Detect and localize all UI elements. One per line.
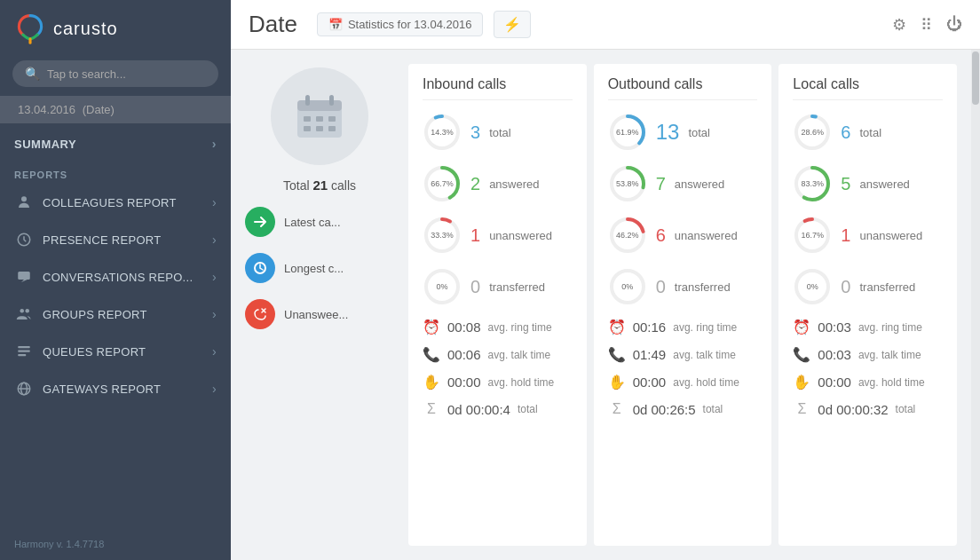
outbound-transferred-donut: 0%	[608, 267, 647, 306]
logo-text: carusto	[53, 19, 118, 39]
scrollbar-thumb[interactable]	[972, 51, 979, 105]
outbound-avg-talk: 01:49	[633, 347, 667, 362]
inbound-unanswered-row: 33.3% 1 unanswered	[423, 216, 573, 255]
inbound-total-value: 3	[470, 122, 480, 143]
search-icon: 🔍	[25, 67, 40, 81]
local-total-time-row: Σ 0d 00:00:32 total	[793, 401, 943, 417]
svg-rect-19	[316, 126, 323, 131]
latest-call-label: Latest ca...	[284, 216, 341, 229]
sidebar-item-label-colleagues: COLLEAGUES REPORT	[43, 196, 177, 209]
longest-call-item[interactable]: Longest c...	[245, 251, 394, 285]
outbound-unanswered-pct: 46.2%	[616, 231, 639, 240]
outbound-unanswered-row: 46.2% 6 unanswered	[608, 216, 758, 255]
search-input[interactable]	[47, 67, 206, 81]
local-unanswered-label: unanswered	[859, 229, 922, 242]
sidebar-date-item[interactable]: 13.04.2016 (Date)	[0, 96, 231, 123]
left-panel: Total 21 calls Latest ca... Longest c...	[231, 50, 408, 560]
sidebar-item-gateways[interactable]: GATEWAYS REPORT ›	[0, 370, 231, 407]
local-avg-hold-label: avg. hold time	[858, 376, 925, 389]
inbound-unanswered-value: 1	[470, 225, 480, 246]
outbound-answered-value: 7	[656, 174, 666, 194]
logo-area: carusto	[0, 0, 231, 57]
sidebar-item-presence[interactable]: PRESENCE REPORT ›	[0, 221, 231, 258]
stats-badge: 📅 Statistics for 13.04.2016	[317, 12, 483, 36]
inbound-title: Inbound calls	[423, 76, 573, 100]
inbound-unanswered-label: unanswered	[489, 229, 552, 242]
unanswered-call-item[interactable]: Unanswee...	[245, 297, 394, 331]
calendar-icon: 📅	[328, 18, 343, 31]
queues-icon	[14, 342, 34, 361]
outbound-transferred-label: transferred	[675, 280, 731, 294]
inbound-avg-hold: 00:00	[447, 375, 481, 390]
outbound-total-time: 0d 00:26:5	[633, 402, 696, 417]
svg-point-4	[26, 309, 30, 313]
outbound-avg-talk-row: 📞 01:49 avg. talk time	[608, 346, 758, 363]
latest-call-icon	[245, 207, 275, 237]
longest-call-label: Longest c...	[284, 262, 344, 275]
sidebar-item-label-queues: QUEUES REPORT	[43, 345, 146, 359]
svg-rect-2	[18, 272, 30, 280]
svg-rect-20	[328, 126, 336, 131]
sidebar-item-colleagues[interactable]: COLLEAGUES REPORT ›	[0, 184, 231, 221]
local-transferred-label: transferred	[859, 280, 915, 294]
search-bar[interactable]: 🔍	[12, 60, 218, 87]
outbound-transferred-pct: 0%	[621, 282, 633, 291]
sidebar-item-groups[interactable]: GROUPS REPORT ›	[0, 296, 231, 333]
local-avg-ring-row: ⏰ 00:03 avg. ring time	[793, 319, 943, 335]
local-avg-talk-label: avg. talk time	[858, 349, 921, 361]
chevron-right-icon: ›	[212, 270, 217, 284]
outbound-avg-hold-row: ✋ 00:00 avg. hold time	[608, 374, 758, 390]
clock-icon	[14, 230, 34, 249]
latest-call-item[interactable]: Latest ca...	[245, 205, 394, 239]
chevron-right-icon: ›	[212, 137, 217, 151]
outbound-avg-hold-label: avg. hold time	[673, 376, 739, 389]
inbound-total-time-label: total	[518, 403, 538, 415]
inbound-total-donut: 14.3%	[423, 113, 462, 152]
local-avg-talk-row: 📞 00:03 avg. talk time	[793, 346, 943, 363]
local-calls-column: Local calls 28.6% 6 total	[778, 64, 957, 546]
svg-rect-16	[316, 116, 323, 122]
local-total-time-label: total	[896, 403, 916, 415]
local-avg-ring-label: avg. ring time	[858, 321, 922, 334]
inbound-avg-hold-row: ✋ 00:00 avg. hold time	[423, 374, 573, 390]
svg-rect-12	[297, 100, 342, 111]
sidebar: carusto 🔍 13.04.2016 (Date) SUMMARY › RE…	[0, 0, 231, 560]
local-total-donut: 28.6%	[793, 113, 832, 152]
outbound-transferred-row: 0% 0 transferred	[608, 267, 758, 306]
local-answered-pct: 83.3%	[802, 179, 825, 188]
inbound-total-label: total	[489, 126, 511, 139]
ring-icon: ⏰	[793, 319, 810, 335]
settings-icon[interactable]: ⚙	[892, 15, 906, 35]
outbound-unanswered-label: unanswered	[675, 229, 738, 242]
sidebar-footer: Harmony v. 1.4.7718	[0, 528, 231, 560]
sidebar-summary-label: SUMMARY	[14, 138, 76, 151]
outbound-avg-hold: 00:00	[633, 375, 667, 390]
local-answered-donut: 83.3%	[793, 164, 832, 203]
local-total-label: total	[859, 126, 881, 139]
svg-rect-15	[304, 116, 311, 122]
talk-icon: 📞	[793, 346, 810, 363]
sidebar-item-label-presence: PRESENCE REPORT	[43, 233, 162, 247]
outbound-total-pct: 61.9%	[616, 128, 639, 137]
sidebar-item-summary[interactable]: SUMMARY ›	[0, 127, 231, 161]
svg-rect-14	[329, 95, 334, 106]
sidebar-item-label-gateways: GATEWAYS REPORT	[43, 383, 161, 396]
inbound-calls-column: Inbound calls 14.3% 3 total	[408, 64, 587, 546]
lightning-button[interactable]: ⚡	[494, 11, 531, 38]
power-icon[interactable]: ⏻	[946, 15, 962, 34]
local-transferred-pct: 0%	[807, 282, 818, 291]
local-unanswered-pct: 16.7%	[802, 231, 825, 240]
local-total-value: 6	[841, 122, 850, 143]
sidebar-item-conversations[interactable]: CONVERSATIONS REPO... ›	[0, 258, 231, 296]
chevron-right-icon: ›	[212, 233, 217, 247]
scrollbar[interactable]	[971, 50, 980, 560]
local-unanswered-donut: 16.7%	[793, 216, 832, 255]
sidebar-item-queues[interactable]: QUEUES REPORT ›	[0, 333, 231, 370]
grid-icon[interactable]: ⠿	[921, 15, 932, 35]
outbound-avg-ring-row: ⏰ 00:16 avg. ring time	[608, 319, 758, 335]
inbound-unanswered-donut: 33.3%	[423, 216, 462, 255]
sidebar-item-label-groups: GROUPS REPORT	[43, 308, 147, 321]
local-unanswered-value: 1	[841, 225, 850, 246]
svg-rect-7	[18, 354, 26, 356]
chevron-right-icon: ›	[212, 344, 217, 359]
